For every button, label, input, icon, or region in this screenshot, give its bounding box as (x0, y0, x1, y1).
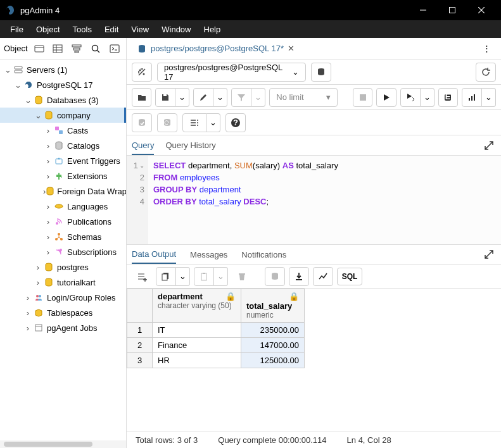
filter-rows-icon[interactable] (69, 41, 84, 56)
svg-rect-36 (35, 325, 42, 331)
commit-icon[interactable] (132, 113, 152, 132)
filter-button[interactable] (231, 88, 251, 107)
tree-extensions[interactable]: ›Extensions (0, 168, 126, 184)
paste-button[interactable] (194, 267, 214, 286)
tree-schemas[interactable]: ›Schemas (0, 229, 126, 244)
col-total-salary[interactable]: 🔒 total_salary numeric (241, 289, 305, 323)
tree-languages[interactable]: ›Languages (0, 199, 126, 214)
table-row[interactable]: 1IT235000.00 (127, 323, 305, 338)
open-file-button[interactable] (132, 88, 151, 107)
table-row[interactable]: 3HR125000.00 (127, 353, 305, 368)
tree-databases[interactable]: ⌄Databases (3) (0, 92, 126, 108)
explain-analyze-button[interactable] (462, 88, 482, 107)
rollback-icon[interactable] (157, 113, 177, 132)
save-data-icon[interactable] (265, 267, 285, 286)
svg-rect-48 (474, 94, 475, 101)
more-menu-icon[interactable]: ⋮ (478, 41, 496, 56)
connection-status-icon[interactable] (132, 63, 152, 82)
search-icon[interactable] (88, 41, 103, 56)
close-button[interactable] (467, 0, 496, 20)
tree-company[interactable]: ⌄company (0, 108, 126, 123)
tree-postgres-db[interactable]: ›postgres (0, 259, 126, 275)
maximize-button[interactable] (438, 0, 467, 20)
view-data-icon[interactable] (50, 41, 65, 56)
svg-point-28 (58, 233, 60, 235)
menu-edit[interactable]: Edit (99, 22, 124, 37)
tree-login-roles[interactable]: ›Login/Group Roles (0, 290, 126, 305)
menu-file[interactable]: File (5, 22, 29, 37)
tree-pgagent[interactable]: ›pgAgent Jobs (0, 320, 126, 335)
status-time: Query complete 00:00:00.114 (218, 435, 326, 445)
stop-button[interactable] (353, 88, 372, 107)
menu-tools[interactable]: Tools (68, 22, 97, 37)
expand-icon[interactable] (482, 139, 496, 152)
table-row[interactable]: 2Finance147000.00 (127, 338, 305, 353)
titlebar: pgAdmin 4 (0, 0, 501, 20)
menu-window[interactable]: Window (156, 22, 196, 37)
menu-help[interactable]: Help (199, 22, 226, 37)
save-button[interactable] (155, 88, 175, 107)
svg-rect-4 (35, 46, 44, 52)
limit-select[interactable]: No limit ▾ (269, 88, 338, 107)
tab-notifications[interactable]: Notifications (241, 246, 286, 263)
download-icon[interactable] (289, 267, 309, 286)
explain-dropdown[interactable]: ⌄ (482, 88, 496, 107)
server-group-icon (13, 64, 24, 75)
reset-layout-icon[interactable] (476, 63, 496, 82)
tab-query-history[interactable]: Query History (165, 137, 215, 154)
help-icon[interactable]: ? (225, 113, 246, 132)
execute-button[interactable] (376, 88, 396, 107)
execute-options-button[interactable] (400, 88, 421, 107)
explain-button[interactable]: E (438, 88, 458, 107)
menu-object[interactable]: Object (31, 22, 65, 37)
sql-code[interactable]: SELECT department, SUM(salary) AS total_… (148, 156, 338, 244)
macros-button[interactable] (182, 113, 206, 132)
svg-rect-68 (239, 273, 245, 275)
tree-tutorialkart-db[interactable]: ›tutorialkart (0, 275, 126, 290)
expand-output-icon[interactable] (482, 247, 496, 261)
tab-messages[interactable]: Messages (190, 246, 227, 263)
sql-editor[interactable]: 1⌄ 234 SELECT department, SUM(salary) AS… (127, 156, 501, 244)
rownum-header[interactable] (127, 289, 153, 323)
svg-rect-11 (73, 48, 80, 50)
tree-catalogs[interactable]: ›Catalogs (0, 138, 126, 153)
tree-pg17[interactable]: ⌄PostgreSQL 17 (0, 77, 126, 92)
tree-event-triggers[interactable]: ›Event Triggers (0, 153, 126, 168)
macros-dropdown[interactable]: ⌄ (206, 113, 220, 132)
edit-dropdown[interactable]: ⌄ (213, 88, 227, 107)
connection-select[interactable]: postgres/postgres@PostgreSQL 17 ⌄ (157, 63, 306, 82)
psql-icon[interactable] (107, 41, 122, 56)
menu-view[interactable]: View (126, 22, 154, 37)
result-grid[interactable]: 🔒 department character varying (50) 🔒 to… (127, 289, 501, 432)
edit-button[interactable] (193, 88, 213, 107)
col-department[interactable]: 🔒 department character varying (50) (153, 289, 241, 323)
delete-row-icon[interactable] (232, 267, 252, 286)
sql-view-button[interactable]: SQL (337, 268, 362, 285)
copy-dropdown[interactable]: ⌄ (176, 267, 190, 286)
close-tab-icon[interactable]: ✕ (288, 44, 295, 53)
tab-query[interactable]: Query (132, 137, 154, 155)
object-tree[interactable]: ⌄Servers (1) ⌄PostgreSQL 17 ⌄Databases (… (0, 59, 126, 440)
execute-dropdown[interactable]: ⌄ (421, 88, 434, 107)
filter-dropdown[interactable]: ⌄ (251, 88, 265, 107)
copy-button[interactable] (156, 267, 176, 286)
svg-rect-22 (59, 130, 63, 134)
save-dropdown[interactable]: ⌄ (175, 88, 189, 107)
graph-icon[interactable] (313, 267, 333, 286)
tree-servers[interactable]: ⌄Servers (1) (0, 62, 126, 77)
new-connection-icon[interactable] (311, 63, 331, 82)
query-tool-icon[interactable] (32, 41, 47, 56)
pgadmin-logo-icon (5, 5, 15, 15)
tree-publications[interactable]: ›Publications (0, 214, 126, 229)
sidebar-scrollbar[interactable] (0, 440, 126, 448)
tab-data-output[interactable]: Data Output (132, 246, 176, 264)
tree-tablespaces[interactable]: ›Tablespaces (0, 305, 126, 320)
svg-text:E: E (445, 93, 451, 101)
paste-dropdown[interactable]: ⌄ (214, 267, 228, 286)
tree-casts[interactable]: ›Casts (0, 123, 126, 138)
tree-fdw[interactable]: ›Foreign Data Wrappers (0, 184, 126, 199)
add-row-icon[interactable] (132, 267, 152, 286)
minimize-button[interactable] (409, 0, 438, 20)
editor-tab[interactable]: postgres/postgres@PostgreSQL 17* ✕ (132, 40, 300, 58)
tree-subscriptions[interactable]: ›Subscriptions (0, 244, 126, 259)
